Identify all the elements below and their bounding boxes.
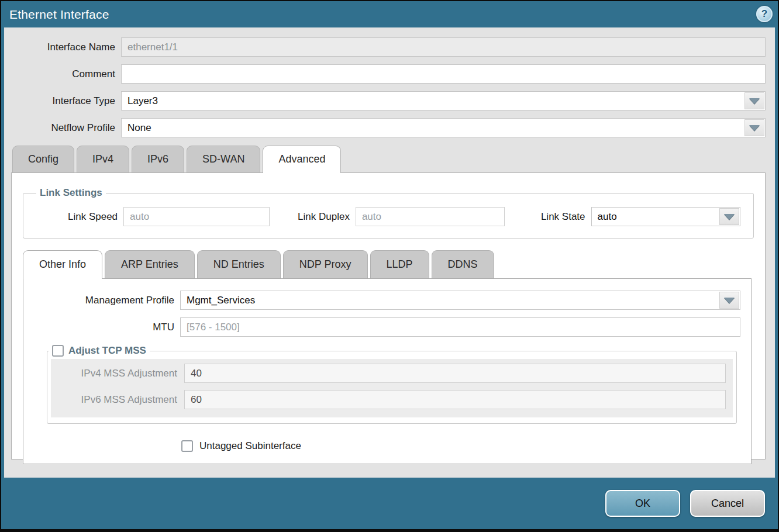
inner-tab-strip: Other Info ARP Entries ND Entries NDP Pr… (23, 250, 754, 278)
link-speed-label: Link Speed (68, 211, 118, 223)
tab-arp-entries[interactable]: ARP Entries (105, 250, 195, 278)
interface-type-value: Layer3 (127, 95, 158, 107)
help-glyph: ? (761, 8, 767, 20)
tab-advanced[interactable]: Advanced (263, 146, 341, 173)
netflow-profile-dropdown-button[interactable] (744, 119, 764, 136)
adjust-tcp-mss-fieldset: Adjust TCP MSS IPv4 MSS Adjustment IPv6 … (47, 345, 737, 424)
management-profile-dropdown[interactable]: Mgmt_Services (180, 291, 740, 310)
ethernet-interface-dialog: Ethernet Interface ? Interface Name Comm… (0, 0, 779, 532)
link-duplex-field[interactable] (356, 207, 505, 226)
tab-nd-entries[interactable]: ND Entries (197, 250, 281, 278)
interface-type-dropdown[interactable]: Layer3 (121, 91, 766, 110)
title-bar: Ethernet Interface ? (1, 1, 778, 27)
untagged-subinterface-label: Untagged Subinterface (199, 440, 301, 452)
management-profile-value: Mgmt_Services (187, 295, 255, 306)
tab-other-info[interactable]: Other Info (23, 250, 102, 279)
link-state-dropdown[interactable]: auto (591, 207, 740, 226)
mtu-label: MTU (34, 322, 180, 333)
interface-type-row: Interface Type Layer3 (11, 91, 766, 110)
interface-name-row: Interface Name (11, 37, 766, 57)
chevron-down-icon (749, 125, 760, 131)
help-icon[interactable]: ? (756, 6, 773, 22)
mtu-field[interactable] (180, 317, 740, 337)
tab-ddns[interactable]: DDNS (432, 250, 494, 278)
tab-ipv6[interactable]: IPv6 (132, 146, 184, 172)
tab-sdwan[interactable]: SD-WAN (187, 146, 260, 172)
comment-label: Comment (11, 68, 121, 80)
tab-ndp-proxy[interactable]: NDP Proxy (283, 250, 368, 278)
management-profile-row: Management Profile Mgmt_Services (34, 291, 740, 310)
mss-disabled-area: IPv4 MSS Adjustment IPv6 MSS Adjustment (51, 359, 733, 417)
netflow-profile-row: Netflow Profile None (11, 118, 766, 137)
chevron-down-icon (749, 98, 760, 104)
link-settings-row: Link Speed Link Duplex Link State auto (33, 207, 744, 226)
untagged-subinterface-checkbox[interactable] (181, 440, 193, 452)
ipv4-mss-field (184, 364, 726, 383)
management-profile-label: Management Profile (34, 295, 180, 306)
ipv6-mss-field (184, 390, 726, 409)
link-duplex-label: Link Duplex (298, 211, 350, 223)
comment-row: Comment (11, 64, 766, 84)
ipv4-mss-label: IPv4 MSS Adjustment (51, 368, 184, 379)
netflow-profile-dropdown[interactable]: None (121, 118, 766, 137)
interface-name-label: Interface Name (11, 42, 121, 53)
link-state-label: Link State (541, 211, 585, 223)
link-state-value: auto (598, 211, 617, 223)
adjust-tcp-mss-legend-text: Adjust TCP MSS (68, 345, 146, 357)
netflow-profile-label: Netflow Profile (11, 122, 121, 134)
cancel-button[interactable]: Cancel (690, 490, 765, 517)
link-speed-field[interactable] (123, 207, 270, 226)
comment-field[interactable] (121, 64, 766, 84)
netflow-profile-value: None (127, 122, 151, 134)
tab-ipv4[interactable]: IPv4 (77, 146, 129, 172)
untagged-subinterface-row: Untagged Subinterface (181, 440, 740, 452)
adjust-tcp-mss-legend: Adjust TCP MSS (49, 345, 150, 357)
advanced-tab-panel: Link Settings Link Speed Link Duplex Lin… (11, 172, 766, 460)
link-settings-legend: Link Settings (36, 187, 106, 199)
dialog-body: Interface Name Comment Interface Type La… (4, 27, 775, 478)
main-tab-strip: Config IPv4 IPv6 SD-WAN Advanced (11, 146, 766, 172)
ok-button[interactable]: OK (605, 490, 680, 517)
tab-config[interactable]: Config (12, 146, 74, 172)
link-settings-fieldset: Link Settings Link Speed Link Duplex Lin… (23, 187, 754, 239)
chevron-down-icon (724, 214, 735, 220)
interface-type-dropdown-button[interactable] (744, 92, 764, 109)
chevron-down-icon (724, 298, 735, 303)
mtu-row: MTU (34, 317, 740, 337)
footer-bar: OK Cancel (1, 478, 778, 529)
ipv6-mss-row: IPv6 MSS Adjustment (51, 390, 733, 409)
interface-name-field (121, 37, 766, 57)
tab-lldp[interactable]: LLDP (370, 250, 429, 278)
management-profile-dropdown-button[interactable] (719, 292, 739, 309)
interface-type-label: Interface Type (11, 95, 121, 107)
other-info-panel: Management Profile Mgmt_Services MTU (23, 278, 752, 464)
ipv4-mss-row: IPv4 MSS Adjustment (51, 364, 733, 383)
ipv6-mss-label: IPv6 MSS Adjustment (51, 394, 184, 406)
link-state-dropdown-button[interactable] (719, 208, 739, 225)
dialog-title: Ethernet Interface (9, 8, 109, 22)
adjust-tcp-mss-checkbox[interactable] (52, 345, 64, 357)
